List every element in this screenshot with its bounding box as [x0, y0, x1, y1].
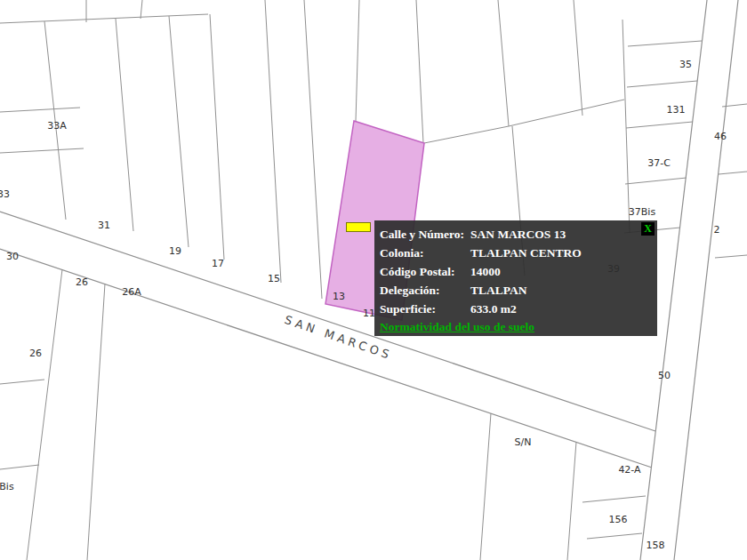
parcel-label: 8Bis	[0, 481, 14, 492]
field-label: Calle y Número:	[380, 225, 470, 244]
parcel-label: 26A	[122, 286, 141, 298]
field-value: TLALPAN	[470, 281, 654, 300]
parcel-label: 26	[76, 276, 88, 288]
parcel-label: 37-C	[647, 157, 671, 169]
location-marker	[346, 222, 371, 232]
parcel-label: 46	[714, 131, 727, 142]
parcel-label: 30	[6, 251, 19, 262]
popup-close-button[interactable]: X	[641, 222, 655, 236]
field-value: 14000	[470, 262, 654, 281]
parcel-label: 33A	[47, 120, 67, 132]
parcel-label: 13	[333, 291, 345, 302]
field-value: 633.0 m2	[470, 300, 654, 318]
normatividad-uso-suelo-link[interactable]: Normatividad del uso de suelo	[380, 320, 534, 334]
parcel-label: 158	[647, 540, 665, 551]
field-label: Colonia:	[380, 244, 470, 262]
parcel-label: 17	[212, 258, 224, 269]
parcel-label: 156	[609, 514, 628, 525]
parcel-label: 19	[169, 245, 181, 257]
parcel-label: 31	[98, 220, 110, 231]
popup-field-colonia: Colonia: TLALPAN CENTRO	[380, 244, 654, 262]
parcel-label: 26	[29, 348, 42, 359]
parcel-label: S/N	[515, 436, 532, 448]
popup-field-superficie: Superficie: 633.0 m2	[380, 300, 654, 318]
map-viewport[interactable]: 33A33313019171513112626A268Bis351314637-…	[0, 0, 747, 560]
field-label: Superficie:	[380, 300, 470, 318]
popup-field-calle: Calle y Número: SAN MARCOS 13	[380, 225, 654, 244]
parcel-label: 42-A	[618, 464, 641, 476]
popup-field-delegacion: Delegación: TLALPAN	[380, 281, 654, 300]
field-value: TLALPAN CENTRO	[470, 244, 654, 262]
parcel-label: 50	[658, 370, 671, 381]
field-label: Delegación:	[380, 281, 470, 300]
field-label: Código Postal:	[380, 262, 470, 281]
parcel-label: 131	[667, 104, 686, 116]
parcel-label: 11	[363, 308, 375, 319]
parcel-info-popup: X Calle y Número: SAN MARCOS 13 Colonia:…	[374, 220, 657, 336]
parcel-label: 15	[268, 273, 280, 284]
field-value: SAN MARCOS 13	[470, 225, 654, 244]
parcel-label: 33	[0, 188, 10, 200]
parcel-label: 37Bis	[629, 206, 656, 218]
parcel-label: 2	[714, 224, 720, 236]
parcel-label: 35	[679, 59, 692, 70]
popup-field-codigo-postal: Código Postal: 14000	[380, 262, 654, 281]
